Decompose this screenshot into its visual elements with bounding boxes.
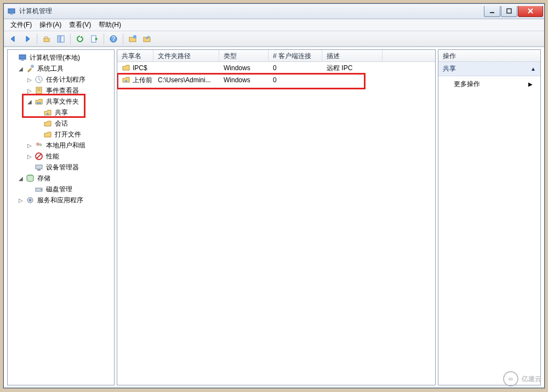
users-icon — [35, 141, 43, 150]
svg-point-22 — [39, 102, 41, 104]
svg-point-21 — [37, 102, 39, 104]
computer-icon — [18, 53, 27, 62]
tree-label: 事件查看器 — [45, 86, 80, 96]
menu-file[interactable]: 文件(F) — [7, 19, 35, 31]
collapse-icon[interactable]: ◢ — [26, 99, 33, 105]
svg-point-35 — [125, 80, 127, 82]
tree-device-manager[interactable]: 设备管理器 — [9, 162, 113, 173]
svg-text:?: ? — [112, 35, 116, 43]
export-button[interactable] — [88, 33, 100, 45]
chevron-right-icon: ▶ — [528, 81, 533, 87]
up-button[interactable] — [41, 33, 53, 45]
list-header: 共享名 文件夹路径 类型 # 客户端连接 描述 — [117, 50, 435, 62]
tree-sessions[interactable]: 会话 — [9, 118, 113, 129]
toolbar-sep — [104, 33, 104, 44]
expand-icon[interactable]: ▷ — [26, 154, 33, 160]
collapse-icon[interactable]: ◢ — [18, 175, 24, 181]
window-title: 计算机管理 — [19, 7, 483, 16]
tools-icon — [26, 64, 35, 73]
sessions-icon — [43, 119, 52, 128]
list-pane: 共享名 文件夹路径 类型 # 客户端连接 描述 IPC$ Windows 0 远… — [117, 49, 436, 385]
list-row[interactable]: 上传前 C:\Users\Admini... Windows 0 — [117, 74, 435, 86]
col-desc[interactable]: 描述 — [322, 50, 383, 61]
new-share-button[interactable] — [127, 33, 139, 45]
tree-root[interactable]: 计算机管理(本地) — [9, 52, 113, 63]
toolbar-sep — [123, 33, 123, 44]
expand-icon[interactable]: ▷ — [26, 77, 33, 83]
watermark-text: 亿速云 — [522, 374, 541, 384]
tree-disk-management[interactable]: 磁盘管理 — [9, 184, 113, 195]
tree-storage[interactable]: ◢ 存储 — [9, 173, 113, 184]
titlebar: 计算机管理 — [4, 4, 544, 19]
back-button[interactable] — [7, 33, 19, 45]
app-icon — [7, 7, 16, 16]
svg-rect-14 — [19, 55, 26, 59]
tree-label: 设备管理器 — [45, 162, 80, 173]
actions-section-label: 共享 — [443, 64, 456, 73]
tree-label: 共享文件夹 — [45, 96, 80, 107]
tree-label: 会话 — [54, 118, 69, 129]
tree-label: 磁盘管理 — [45, 184, 73, 195]
refresh-button[interactable] — [74, 33, 86, 45]
actions-section[interactable]: 共享 ▲ — [438, 62, 540, 76]
list-row[interactable]: IPC$ Windows 0 远程 IPC — [117, 62, 435, 74]
toolbar: ? — [4, 31, 544, 47]
tree-label: 本地用户和组 — [45, 140, 87, 151]
new-share-wizard-button[interactable] — [141, 33, 153, 45]
expand-icon[interactable]: ▷ — [26, 88, 33, 94]
svg-rect-6 — [58, 36, 60, 42]
tree: 计算机管理(本地) ◢ 系统工具 ▷ 任务计划程序 ▷ 事件查看器 — [8, 50, 114, 208]
cell-desc: 远程 IPC — [322, 64, 383, 73]
close-button[interactable] — [518, 6, 543, 17]
tree-performance[interactable]: ▷ 性能 — [9, 151, 113, 162]
help-button[interactable]: ? — [107, 33, 119, 45]
forward-button[interactable] — [21, 33, 33, 45]
tree-event-viewer[interactable]: ▷ 事件查看器 — [9, 85, 113, 96]
cell-text: IPC$ — [133, 64, 147, 72]
toolbar-sep — [70, 33, 71, 44]
expand-icon[interactable]: ▷ — [18, 197, 24, 203]
tree-services-apps[interactable]: ▷ 服务和应用程序 — [9, 195, 113, 206]
svg-rect-15 — [21, 60, 24, 61]
col-folder-path[interactable]: 文件夹路径 — [153, 50, 219, 61]
performance-icon — [35, 152, 43, 161]
col-clients[interactable]: # 客户端连接 — [269, 50, 322, 61]
cell-clients: 0 — [269, 64, 322, 72]
expand-icon[interactable]: ▷ — [26, 143, 33, 149]
show-hide-tree-button[interactable] — [55, 33, 67, 45]
toolbar-sep — [37, 33, 37, 44]
col-type[interactable]: 类型 — [219, 50, 269, 61]
menu-help[interactable]: 帮助(H) — [95, 19, 124, 31]
tree-label: 性能 — [45, 151, 60, 162]
disk-icon — [35, 185, 43, 194]
window-buttons — [483, 6, 543, 17]
watermark: ∞ 亿速云 — [503, 371, 541, 387]
storage-icon — [26, 174, 35, 183]
svg-line-27 — [37, 154, 41, 158]
cell-text: 上传前 — [133, 76, 152, 85]
col-share-name[interactable]: 共享名 — [117, 50, 153, 61]
tree-open-files[interactable]: 打开文件 — [9, 129, 113, 140]
actions-more[interactable]: 更多操作 ▶ — [438, 76, 540, 92]
svg-rect-1 — [10, 14, 13, 15]
tree-shares[interactable]: 共享 — [9, 107, 113, 118]
menu-action[interactable]: 操作(A) — [36, 19, 65, 31]
tree-label: 打开文件 — [54, 129, 82, 140]
svg-point-34 — [29, 199, 31, 201]
share-icon — [43, 108, 52, 117]
svg-point-32 — [41, 189, 42, 190]
menu-view[interactable]: 查看(V) — [66, 19, 94, 31]
shared-folder-icon — [35, 97, 43, 106]
cell-type: Windows — [219, 76, 269, 84]
event-icon — [35, 86, 43, 95]
maximize-button[interactable] — [501, 6, 517, 17]
tree-local-users[interactable]: ▷ 本地用户和组 — [9, 140, 113, 151]
svg-rect-3 — [507, 9, 511, 13]
tree-label: 存储 — [36, 173, 52, 184]
collapse-icon[interactable]: ◢ — [18, 66, 24, 72]
tree-task-scheduler[interactable]: ▷ 任务计划程序 — [9, 74, 113, 85]
tree-shared-folders[interactable]: ◢ 共享文件夹 — [9, 96, 113, 107]
tree-system-tools[interactable]: ◢ 系统工具 — [9, 63, 113, 74]
minimize-button[interactable] — [484, 6, 500, 17]
actions-header: 操作 — [438, 50, 540, 62]
